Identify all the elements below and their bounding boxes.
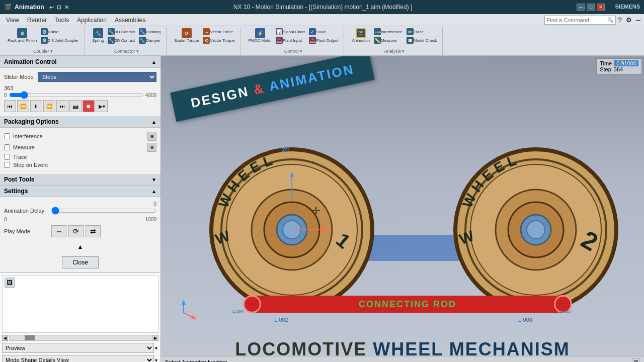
l004-label: L.004: [232, 309, 244, 314]
scroll-track[interactable]: [9, 335, 151, 341]
skip-to-start-button[interactable]: ⏮: [4, 100, 16, 112]
vector-torque-button[interactable]: ⟲ Vector Torque: [201, 36, 236, 44]
menu-assemblies[interactable]: Assemblies: [111, 16, 149, 25]
menu-render[interactable]: Render: [23, 16, 51, 25]
playmode-selector[interactable]: ▶▾: [96, 100, 108, 112]
scroll-thumb[interactable]: [25, 335, 35, 340]
delay-min-label: 0: [4, 217, 7, 222]
delay-top-value: 0: [4, 201, 156, 207]
signal-chart-button[interactable]: 📊 Signal Chart: [274, 28, 306, 36]
maximize-button[interactable]: □: [587, 4, 595, 11]
help-icon[interactable]: ?: [617, 16, 623, 24]
main-slider[interactable]: [9, 92, 143, 98]
cable-button[interactable]: ⚙ Cable: [39, 28, 80, 36]
minimize-icon[interactable]: ─: [634, 16, 642, 24]
interference-button[interactable]: ⟿ Interference: [372, 28, 404, 36]
skip-to-end-button[interactable]: ⏭: [56, 100, 68, 112]
stop-on-event-checkbox[interactable]: [4, 162, 10, 168]
connecting-rod-container: L.004 CONNECTING ROD L.005: [249, 296, 566, 313]
preview-select[interactable]: Preview: [2, 343, 154, 353]
animation-delay-slider[interactable]: [51, 208, 156, 214]
play-bounce-button[interactable]: ⇄: [86, 225, 101, 237]
interference-checkbox[interactable]: [4, 133, 10, 139]
plant-input-button[interactable]: 📥 Plant Input: [274, 36, 306, 44]
collapse-button[interactable]: ▲: [0, 241, 160, 252]
loco-title-part2: WHEEL MECHANISM: [373, 339, 570, 359]
settings-chevron: ▲: [151, 189, 156, 194]
step-value: 364: [614, 66, 623, 72]
loco-title: LOCOMOTIVE WHEEL MECHANISM: [161, 339, 644, 360]
plant-output-button[interactable]: 📤 Plant Output: [307, 36, 340, 44]
measure-button[interactable]: 📏 Measure: [372, 36, 404, 44]
model-check-button[interactable]: 🔲 Model Check: [405, 36, 439, 44]
find-command-box[interactable]: 🔍: [544, 16, 616, 25]
settings-icon[interactable]: ⚙: [624, 16, 633, 24]
animation-control-header[interactable]: Animation Control ▲: [0, 56, 160, 68]
post-tools-header[interactable]: Post Tools ▼: [0, 174, 160, 186]
restore-btn[interactable]: ↩: [49, 4, 54, 11]
ribbon-group-connector: 🔧 Spring 🔧 3D Contact 🔧 2D Contact 🔧 Bus…: [87, 27, 167, 55]
post-tools-chevron: ▼: [151, 177, 156, 183]
analysis-label: Analysis ▾: [384, 49, 405, 54]
vector-force-icon: →: [203, 28, 210, 35]
record-button[interactable]: ⏹: [83, 100, 95, 112]
time-value: 0.91000: [614, 60, 638, 66]
detach-btn[interactable]: ⊡: [57, 4, 61, 11]
solve-button[interactable]: ✓ Solve: [307, 28, 340, 36]
svg-point-18: [527, 221, 545, 239]
search-icon[interactable]: 🔍: [607, 17, 613, 23]
close-button[interactable]: ✕: [597, 4, 605, 11]
pause-button[interactable]: ⏸: [30, 100, 42, 112]
menu-application[interactable]: Application: [73, 16, 111, 25]
rack-pinion-button[interactable]: ⚙ Rack and Pinion: [6, 28, 38, 44]
close-button[interactable]: Close: [62, 256, 99, 268]
2d-contact-button[interactable]: 🔧 2D Contact: [106, 36, 136, 44]
cable-label: Cable: [48, 30, 58, 34]
minimize-button[interactable]: ─: [577, 4, 585, 11]
ribbon-group-control: ⚡ PMDC Motor 📊 Signal Chart 📥 Plant Inpu…: [243, 27, 345, 55]
measure-row: Measure ⊞: [4, 143, 156, 152]
play-mode-buttons: → ⟳ ⇄: [51, 225, 101, 237]
spring-button[interactable]: 🔧 Spring: [91, 28, 105, 44]
measure-checkbox-label: Measure: [13, 144, 35, 150]
menu-view[interactable]: View: [2, 16, 23, 25]
slider-mode-select[interactable]: Steps Time: [38, 72, 156, 82]
camera-button[interactable]: 📷: [69, 100, 82, 112]
find-command-input[interactable]: [547, 17, 607, 23]
spring-label: Spring: [92, 38, 104, 43]
step-back-button[interactable]: ⏪: [17, 100, 29, 112]
step-forward-button[interactable]: ⏩: [43, 100, 55, 112]
trace-button[interactable]: ✏ Trace: [405, 28, 439, 36]
animation-control-label: Animation Control: [4, 58, 57, 65]
mode-shape-dropdown-arrow[interactable]: ▾: [154, 356, 158, 363]
coupler-sub-buttons: ⚙ Cable ⚙ 2-3 Joint Coupler: [39, 28, 80, 44]
move-cursor[interactable]: ✛: [312, 205, 320, 217]
bushing-button[interactable]: 🔧 Bushing: [137, 28, 162, 36]
menu-tools[interactable]: Tools: [51, 16, 73, 25]
packaging-options-header[interactable]: Packaging Options ▲: [0, 116, 160, 128]
joint-coupler-button[interactable]: ⚙ 2-3 Joint Coupler: [39, 36, 80, 44]
play-forward-button[interactable]: →: [51, 225, 66, 237]
time-display: Time 0.91000 Step 364: [596, 58, 642, 74]
scalar-torque-button[interactable]: ⟳ Scalar Torque: [173, 28, 200, 44]
measure-pack-icon: ⊞: [147, 143, 156, 152]
preview-dropdown-arrow[interactable]: ▾: [154, 344, 158, 352]
mode-shape-select[interactable]: Mode Shape Details View: [2, 355, 154, 362]
animation-button[interactable]: 🎬 Animation: [350, 28, 371, 44]
damper-button[interactable]: 🔧 Damper: [137, 36, 162, 44]
preview-icon[interactable]: 🖼: [5, 278, 15, 288]
3d-contact-button[interactable]: 🔧 3D Contact: [106, 28, 136, 36]
vector-force-button[interactable]: → Vector Force: [201, 28, 236, 36]
scroll-left-button[interactable]: ◀: [2, 335, 8, 341]
pmdc-motor-button[interactable]: ⚡ PMDC Motor: [247, 28, 273, 44]
joint-coupler-icon: ⚙: [41, 37, 48, 44]
play-loop-button[interactable]: ⟳: [68, 225, 84, 237]
scroll-right-button[interactable]: ▶: [152, 335, 158, 341]
measure-checkbox[interactable]: [4, 144, 10, 150]
settings-header[interactable]: Settings ▲: [0, 186, 160, 197]
trace-checkbox[interactable]: [4, 154, 10, 160]
trace-icon: ✏: [407, 28, 414, 35]
ribbon-group-coupler: ⚙ Rack and Pinion ⚙ Cable ⚙ 2-3 Joint Co…: [2, 27, 85, 55]
scalar-torque-label: Scalar Torque: [174, 38, 199, 43]
close-icon-title[interactable]: ✕: [64, 4, 69, 11]
